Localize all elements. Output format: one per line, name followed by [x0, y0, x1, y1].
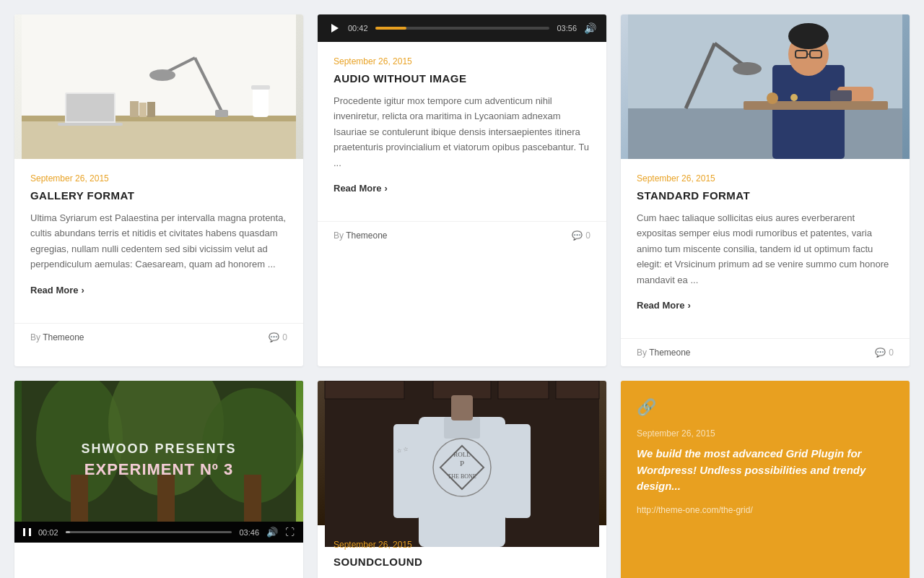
link-date: September 26, 2015: [637, 428, 894, 439]
video-pause-button[interactable]: [23, 528, 31, 536]
svg-rect-39: [244, 475, 261, 522]
soundcloud-card: ROLL P THE BONE ☆ ☆ September 26, 2015 S…: [318, 381, 606, 578]
soundcloud-title: SOUNDCLOUND: [334, 556, 590, 568]
audio-play-button[interactable]: [328, 22, 341, 35]
gallery-title: GALLERY FORMAT: [30, 189, 287, 202]
audio-player: 00:42 03:56 🔊: [318, 14, 606, 42]
gallery-footer: By Themeone 💬 0: [14, 323, 303, 351]
standard-comments: 💬 0: [875, 348, 894, 358]
video-volume-icon[interactable]: 🔊: [266, 527, 278, 538]
audio-comments: 💬 0: [572, 230, 590, 241]
standard-body: September 26, 2015 STANDARD FORMAT Cum h…: [621, 159, 910, 338]
gallery-comments: 💬 0: [269, 332, 287, 342]
gallery-card: September 26, 2015 GALLERY FORMAT Ultima…: [14, 14, 303, 366]
audio-current-time: 00:42: [348, 24, 368, 33]
audio-date: September 26, 2015: [334, 56, 590, 66]
standard-date: September 26, 2015: [637, 173, 894, 184]
svg-point-30: [767, 92, 778, 104]
gallery-body: September 26, 2015 GALLERY FORMAT Ultima…: [14, 159, 303, 323]
svg-rect-52: [556, 381, 599, 399]
svg-rect-22: [772, 65, 845, 159]
svg-rect-51: [498, 381, 549, 399]
video-total-time: 03:46: [239, 528, 259, 537]
svg-text:EXPERIMENT Nº 3: EXPERIMENT Nº 3: [84, 460, 233, 478]
standard-author: By Themeone: [637, 348, 691, 358]
svg-rect-60: [393, 424, 421, 518]
svg-rect-61: [503, 424, 531, 518]
svg-rect-7: [215, 110, 228, 117]
standard-title: STANDARD FORMAT: [637, 189, 894, 202]
audio-volume-icon[interactable]: 🔊: [584, 22, 596, 34]
svg-text:P: P: [460, 459, 464, 467]
standard-card: September 26, 2015 STANDARD FORMAT Cum h…: [621, 14, 910, 366]
video-card: SHWOOD PRESENTS EXPERIMENT Nº 3 EXPERIME…: [14, 381, 303, 578]
svg-rect-1: [22, 116, 296, 159]
link-url[interactable]: http://theme-one.com/the-grid/: [637, 505, 894, 515]
standard-footer: By Themeone 💬 0: [621, 338, 910, 366]
svg-text:THE BONE: THE BONE: [448, 473, 476, 480]
svg-rect-32: [830, 90, 852, 101]
svg-rect-11: [130, 101, 139, 117]
comment-icon: 💬: [269, 332, 279, 342]
standard-text: Cum haec taliaque sollicitas eius aures …: [637, 210, 894, 288]
svg-point-6: [149, 69, 175, 81]
soundcloud-image: ROLL P THE BONE ☆ ☆: [318, 381, 606, 525]
video-progress-fill: [66, 531, 71, 533]
video-progress-bar[interactable]: [66, 531, 232, 533]
gallery-image: [14, 14, 303, 159]
svg-rect-62: [451, 395, 473, 420]
svg-point-31: [790, 94, 798, 101]
audio-read-more[interactable]: Read More ›: [334, 183, 388, 194]
gallery-date: September 26, 2015: [30, 173, 287, 184]
svg-rect-14: [253, 87, 269, 117]
link-icon: 🔗: [637, 398, 894, 417]
svg-rect-13: [147, 102, 155, 117]
pause-bar-left: [23, 528, 25, 536]
comment-icon: 💬: [875, 348, 886, 358]
gallery-read-more[interactable]: Read More ›: [30, 285, 84, 296]
svg-rect-49: [325, 381, 404, 399]
svg-rect-38: [157, 475, 175, 522]
audio-body: September 26, 2015 AUDIO WITHOUT IMAGE P…: [318, 42, 606, 221]
svg-point-21: [733, 62, 762, 75]
audio-title: AUDIO WITHOUT IMAGE: [334, 72, 590, 85]
audio-card: 00:42 03:56 🔊 September 26, 2015 AUDIO W…: [318, 14, 606, 366]
svg-rect-18: [628, 108, 902, 159]
svg-rect-10: [58, 123, 123, 126]
svg-point-27: [788, 23, 829, 49]
link-title: We build the most advanced Grid Plugin f…: [637, 446, 894, 495]
video-controls: 00:02 03:46 🔊 ⛶: [14, 522, 303, 543]
comment-icon: 💬: [572, 230, 583, 241]
pause-bar-right: [29, 528, 31, 536]
video-thumbnail: SHWOOD PRESENTS EXPERIMENT Nº 3 EXPERIME…: [14, 381, 303, 522]
audio-progress-fill: [375, 27, 407, 30]
svg-rect-37: [71, 475, 88, 522]
svg-rect-9: [66, 94, 114, 121]
gallery-author: By Themeone: [30, 332, 84, 342]
gallery-text: Ultima Syriarum est Palaestina per inter…: [30, 210, 287, 272]
svg-text:SHWOOD PRESENTS: SHWOOD PRESENTS: [81, 441, 236, 456]
audio-progress-bar[interactable]: [375, 27, 550, 30]
svg-rect-29: [744, 101, 888, 110]
audio-total-time: 03:56: [557, 24, 577, 33]
video-fullscreen-icon[interactable]: ⛶: [285, 527, 295, 538]
link-card: 🔗 September 26, 2015 We build the most a…: [621, 381, 910, 578]
svg-rect-15: [251, 85, 270, 90]
svg-rect-12: [139, 103, 147, 117]
svg-text:ROLL: ROLL: [453, 451, 471, 458]
craftsman-image: [621, 14, 910, 159]
audio-text: Procedente igitur mox tempore cum advent…: [334, 93, 590, 171]
video-current-time: 00:02: [38, 528, 58, 537]
standard-read-more[interactable]: Read More ›: [637, 300, 691, 311]
video-player: SHWOOD PRESENTS EXPERIMENT Nº 3 EXPERIME…: [14, 381, 303, 543]
audio-author: By Themeone: [334, 230, 388, 241]
play-icon: [331, 24, 339, 33]
audio-footer: By Themeone 💬 0: [318, 221, 606, 249]
